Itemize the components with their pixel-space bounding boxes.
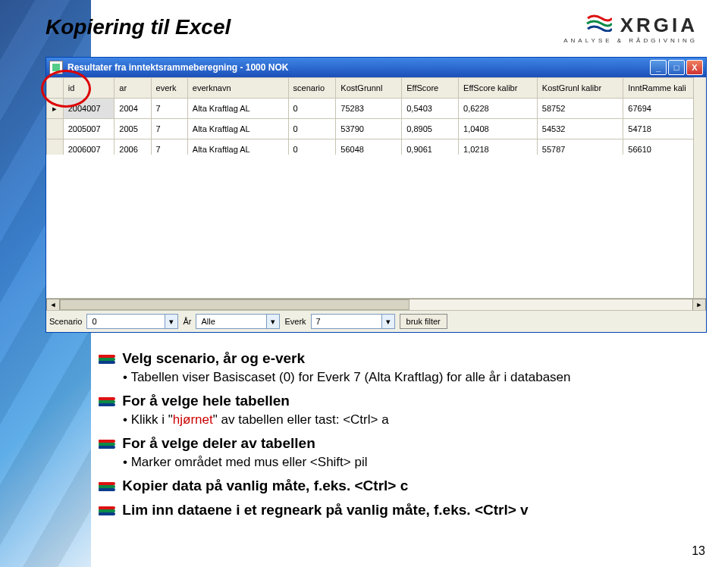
column-header[interactable]: ar [115,78,151,99]
apply-filter-button[interactable]: bruk filter [400,314,447,329]
grid-whitespace [46,155,706,309]
column-header[interactable]: scenario [288,78,336,99]
close-button[interactable]: X [686,60,703,75]
bullet-3-sub: Marker området med mus eller <Shift> pil [123,455,690,470]
cell[interactable]: 75283 [336,99,402,119]
table-row[interactable]: 200500720057Alta Kraftlag AL0537900,8905… [47,119,706,139]
cell[interactable]: 54532 [537,119,623,139]
logo-name: XRGIA [620,14,698,36]
scenario-value: 0 [87,317,165,326]
hjornet-highlight: hjørnet [173,412,213,427]
chevron-down-icon[interactable]: ▾ [381,315,394,328]
cell[interactable]: 2004 [115,99,151,119]
cell[interactable]: 0,6228 [459,99,538,119]
everk-value: 7 [312,317,381,326]
scroll-left-button[interactable]: ◄ [46,299,60,311]
scroll-right-button[interactable]: ► [692,299,706,311]
cell[interactable]: 0 [288,119,336,139]
row-selector[interactable] [47,119,64,139]
scenario-combo[interactable]: 0 ▾ [86,314,178,329]
logo-subtitle: ANALYSE & RÅDGIVNING [563,37,698,44]
ar-label: År [183,317,191,326]
results-window: Resultater fra inntektsrammeberegning - … [46,57,707,333]
bullet-list: Velg scenario, år og e-verk Tabellen vis… [99,350,690,526]
maximize-button[interactable]: □ [668,60,685,75]
scroll-thumb[interactable] [60,299,410,310]
vertical-scrollbar[interactable] [693,77,706,299]
ar-combo[interactable]: Alle ▾ [196,314,280,329]
page-title: Kopiering til Excel [46,15,231,39]
bullet-2: For å velge hele tabellen [122,393,290,409]
bullet-1-sub: Tabellen viser Basiscaset (0) for Everk … [123,370,690,385]
scenario-label: Scenario [49,317,82,326]
cell[interactable]: Alta Kraftlag AL [187,99,288,119]
bullet-2-sub: Klikk i "hjørnet" av tabellen eller tast… [123,412,690,428]
scroll-track[interactable] [60,299,692,311]
column-header[interactable]: KostGrunl kalibr [537,78,623,99]
bullet-icon [99,397,115,406]
filter-bar: Scenario 0 ▾ År Alle ▾ Everk 7 ▾ bruk fi… [46,310,706,332]
column-header[interactable]: everk [151,78,187,99]
window-title: Resultater fra inntektsrammeberegning - … [67,62,648,73]
red-circle-annotation [41,70,91,108]
everk-label: Everk [284,317,306,326]
minimize-button[interactable]: _ [650,60,667,75]
cell[interactable]: Alta Kraftlag AL [187,119,288,139]
bullet-icon [99,355,115,364]
page-number: 13 [692,544,705,558]
cell[interactable]: 58752 [537,99,623,119]
everk-combo[interactable]: 7 ▾ [311,314,395,329]
bullet-4: Kopier data på vanlig måte, f.eks. <Ctrl… [122,478,408,493]
cell[interactable]: 53790 [336,119,402,139]
cell[interactable]: 0,8905 [402,119,459,139]
logo-swoosh-icon [586,14,612,35]
cell[interactable]: 0 [288,99,336,119]
bullet-icon [99,482,115,491]
cell[interactable]: 0,5403 [402,99,459,119]
column-header[interactable]: everknavn [187,78,288,99]
bullet-1: Velg scenario, år og e-verk [122,350,305,366]
bullet-icon [99,506,115,515]
bullet-5: Lim inn dataene i et regneark på vanlig … [122,502,528,518]
table-row[interactable]: ▸200400720047Alta Kraftlag AL0752830,540… [47,99,706,119]
cell[interactable]: 2005007 [63,119,115,139]
cell[interactable]: 1,0408 [459,119,538,139]
column-header[interactable]: KostGrunnl [336,78,402,99]
column-header[interactable]: EffScore kalibr [459,78,538,99]
horizontal-scrollbar[interactable]: ◄ ► [46,298,706,311]
ar-value: Alle [196,317,266,326]
chevron-down-icon[interactable]: ▾ [266,315,279,328]
chevron-down-icon[interactable]: ▾ [165,315,177,328]
cell[interactable]: 7 [151,99,187,119]
cell[interactable]: 2005 [115,119,151,139]
titlebar[interactable]: Resultater fra inntektsrammeberegning - … [46,58,706,77]
column-header[interactable]: EffScore [402,78,459,99]
logo: XRGIA ANALYSE & RÅDGIVNING [563,14,698,44]
bullet-3: For å velge deler av tabellen [122,435,315,451]
bullet-icon [99,440,115,449]
cell[interactable]: 7 [151,119,187,139]
